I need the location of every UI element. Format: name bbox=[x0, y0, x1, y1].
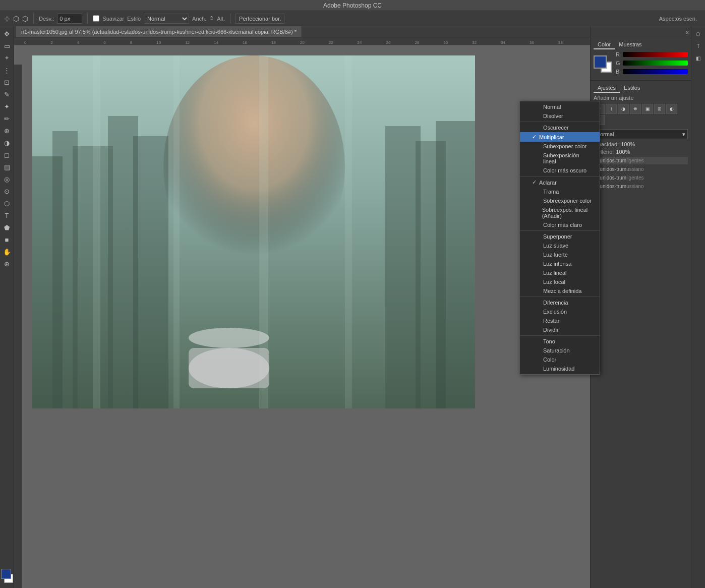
panel-top-icons: « bbox=[591, 26, 691, 38]
tab-muestras[interactable]: Muestras bbox=[615, 40, 645, 49]
sep1 bbox=[33, 14, 34, 24]
blend-mode-dropdown[interactable]: Normal Disolver Oscurecer ✓ Multiplicar … bbox=[519, 101, 600, 375]
blend-item-restar[interactable]: Restar bbox=[520, 316, 600, 325]
blend-item-sobreexpos-lineal[interactable]: Sobreexpos. lineal (Añadir) bbox=[520, 205, 600, 220]
opacity-row: Opacidad: 100% bbox=[594, 141, 688, 147]
blend-mode-display[interactable]: Normal ▾ bbox=[594, 129, 688, 139]
list-item[interactable]: ...unidos-trumussiano bbox=[594, 183, 688, 190]
blend-item-subexponer-color[interactable]: Subexponer color bbox=[520, 142, 600, 151]
fg-color-swatch[interactable] bbox=[594, 55, 607, 69]
desv-input[interactable] bbox=[57, 14, 82, 24]
blend-item-color-mas-claro[interactable]: Color más claro bbox=[520, 220, 600, 229]
color-channels: R G B bbox=[616, 51, 688, 77]
estilo-select[interactable]: Normal bbox=[144, 14, 189, 24]
tool-pen[interactable]: ⬡ bbox=[2, 198, 13, 209]
tool-clone[interactable]: ⊕ bbox=[2, 125, 13, 136]
tab-color[interactable]: Color bbox=[594, 40, 615, 49]
toolbar: ⊹ ⬡ ⬡ Desv.: Suavizar Estilo Normal Anch… bbox=[0, 11, 705, 26]
mini-icon-layers[interactable]: ◧ bbox=[693, 52, 704, 64]
adj-tabs: Ajustes Estilos bbox=[594, 84, 688, 93]
blend-item-luz-suave[interactable]: Luz suave bbox=[520, 241, 600, 250]
tool-eyedropper[interactable]: ✎ bbox=[2, 89, 13, 100]
blend-item-saturacion[interactable]: Saturación bbox=[520, 346, 600, 355]
adj-vibrance[interactable]: ❋ bbox=[630, 104, 641, 114]
list-item[interactable]: ...unidos-trumussiano bbox=[594, 165, 688, 173]
color-swatches-row: R G B bbox=[594, 51, 688, 77]
mini-icon-text[interactable]: T bbox=[693, 40, 704, 51]
fg-swatch[interactable] bbox=[1, 569, 11, 579]
tab-estilos[interactable]: Estilos bbox=[620, 84, 644, 93]
tool-history[interactable]: ◑ bbox=[2, 137, 13, 148]
blend-label: Luz suave bbox=[543, 243, 568, 249]
tool-wand[interactable]: ⋮ bbox=[2, 65, 13, 76]
blend-item-multiplicar[interactable]: ✓ Multiplicar bbox=[520, 132, 600, 142]
ruler-mark: 24 bbox=[358, 40, 362, 45]
blend-item-aclarar[interactable]: ✓ Aclarar bbox=[520, 178, 600, 187]
tool-hand[interactable]: ✋ bbox=[2, 246, 13, 257]
blend-item-luz-intensa[interactable]: Luz intensa bbox=[520, 259, 600, 268]
blend-label: Oscurecer bbox=[543, 125, 569, 131]
blend-item-oscurecer[interactable]: Oscurecer bbox=[520, 123, 600, 132]
blend-item-luminosidad[interactable]: Luminosidad bbox=[520, 364, 600, 373]
tool-zoom[interactable]: ⊕ bbox=[2, 258, 13, 269]
blend-label: Luz intensa bbox=[543, 261, 571, 267]
suavizar-checkbox[interactable] bbox=[93, 15, 99, 22]
blend-label: Restar bbox=[543, 318, 559, 324]
tool-heal[interactable]: ✦ bbox=[2, 101, 13, 112]
blend-label: Subexposición lineal bbox=[543, 152, 594, 164]
adj-colorbal[interactable]: ⊞ bbox=[654, 104, 665, 114]
tool-lasso[interactable]: ⌖ bbox=[2, 52, 13, 64]
tool-path[interactable]: ⬟ bbox=[2, 222, 13, 233]
collapse-icon[interactable]: « bbox=[685, 29, 689, 36]
blend-item-color-mas-oscuro[interactable]: Color más oscuro bbox=[520, 166, 600, 175]
tab-ajustes[interactable]: Ajustes bbox=[594, 84, 620, 93]
blend-item-color[interactable]: Color bbox=[520, 355, 600, 364]
fill-value[interactable]: 100% bbox=[616, 149, 630, 155]
swatch-container[interactable] bbox=[594, 55, 616, 74]
canvas-wrapper[interactable] bbox=[22, 45, 590, 588]
tool-brush[interactable]: ✏ bbox=[2, 113, 13, 124]
tool-select-rect[interactable]: ▭ bbox=[2, 40, 13, 51]
mini-icon-hex[interactable]: ⬡ bbox=[693, 28, 704, 39]
list-item[interactable]: ...unidos-trumligentes bbox=[594, 174, 688, 182]
tool-blur[interactable]: ◎ bbox=[2, 173, 13, 185]
blend-item-luz-focal[interactable]: Luz focal bbox=[520, 277, 600, 286]
document-tab[interactable]: n1-master1050.jpg al 97,5% (actualidad-e… bbox=[16, 26, 302, 37]
blend-item-luz-fuerte[interactable]: Luz fuerte bbox=[520, 250, 600, 259]
tool-dodge[interactable]: ⊙ bbox=[2, 186, 13, 197]
blend-item-normal[interactable]: Normal bbox=[520, 102, 600, 111]
blend-item-diferencia[interactable]: Diferencia bbox=[520, 298, 600, 307]
blend-item-tono[interactable]: Tono bbox=[520, 337, 600, 346]
adj-hsl[interactable]: ▣ bbox=[642, 104, 653, 114]
tool-move[interactable]: ✥ bbox=[2, 28, 13, 39]
tool-type[interactable]: T bbox=[2, 210, 13, 221]
tool-shape[interactable]: ■ bbox=[2, 234, 13, 245]
blend-item-trama[interactable]: Trama bbox=[520, 187, 600, 196]
adj-exposure[interactable]: ◑ bbox=[618, 104, 629, 114]
tool-crop[interactable]: ⊡ bbox=[2, 77, 13, 88]
ruler-mark: 20 bbox=[300, 40, 305, 45]
opacity-value[interactable]: 100% bbox=[621, 141, 635, 147]
canvas-image[interactable] bbox=[32, 55, 475, 408]
blend-item-sobreexponer-color[interactable]: Sobreexponer color bbox=[520, 196, 600, 205]
ruler-mark: 26 bbox=[386, 40, 391, 45]
svg-rect-6 bbox=[385, 126, 421, 408]
adj-curves[interactable]: ⌇ bbox=[606, 104, 617, 114]
blend-label: Subexponer color bbox=[543, 143, 586, 149]
toolbar-icon-move: ⊹ bbox=[4, 15, 10, 23]
blend-item-superponer[interactable]: Superponer bbox=[520, 232, 600, 241]
blend-item-subexposicion-lineal[interactable]: Subexposición lineal bbox=[520, 151, 600, 166]
svg-rect-8 bbox=[436, 121, 475, 408]
blend-item-luz-lineal[interactable]: Luz lineal bbox=[520, 268, 600, 277]
adj-bw[interactable]: ◐ bbox=[666, 104, 677, 114]
list-item[interactable]: ...unidos-trumligentes bbox=[594, 157, 688, 164]
svg-point-9 bbox=[163, 55, 345, 277]
perfeccionar-button[interactable]: Perfeccionar bor. bbox=[236, 14, 284, 24]
tool-gradient[interactable]: ▤ bbox=[2, 161, 13, 172]
blend-item-disolver[interactable]: Disolver bbox=[520, 111, 600, 121]
blend-label: Superponer bbox=[543, 233, 572, 240]
blend-item-dividir[interactable]: Dividir bbox=[520, 325, 600, 334]
blend-item-mezcla-definida[interactable]: Mezcla definida bbox=[520, 286, 600, 296]
tool-eraser[interactable]: ◻ bbox=[2, 149, 13, 160]
blend-item-exclusion[interactable]: Exclusión bbox=[520, 307, 600, 316]
